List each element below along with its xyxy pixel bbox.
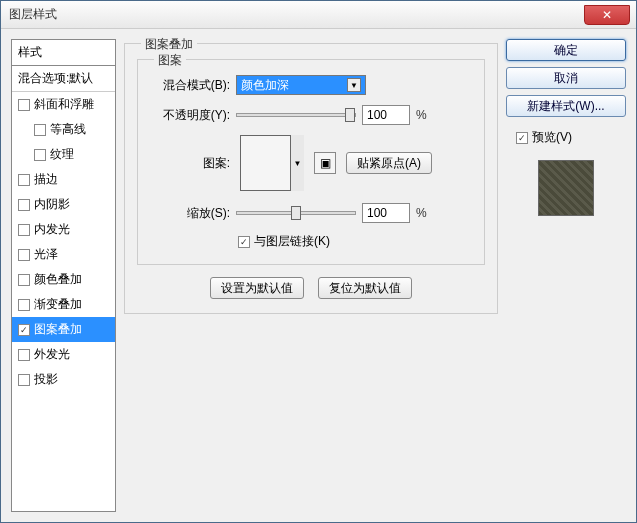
style-checkbox[interactable] <box>18 324 30 336</box>
style-item-11[interactable]: 投影 <box>12 367 115 392</box>
scale-row: 缩放(S): % <box>150 203 472 223</box>
opacity-slider[interactable] <box>236 113 356 117</box>
cancel-button[interactable]: 取消 <box>506 67 626 89</box>
blend-mode-row: 混合模式(B): 颜色加深 ▼ <box>150 75 472 95</box>
style-label: 纹理 <box>50 146 74 163</box>
style-label: 等高线 <box>50 121 86 138</box>
snap-origin-button[interactable]: 贴紧原点(A) <box>346 152 432 174</box>
style-item-10[interactable]: 外发光 <box>12 342 115 367</box>
style-label: 图案叠加 <box>34 321 82 338</box>
scale-label: 缩放(S): <box>150 205 230 222</box>
style-item-3[interactable]: 描边 <box>12 167 115 192</box>
style-checkbox[interactable] <box>18 249 30 261</box>
pattern-swatch[interactable]: ▼ <box>240 135 304 191</box>
style-label: 内发光 <box>34 221 70 238</box>
pattern-group: 图案 混合模式(B): 颜色加深 ▼ 不透明度(Y): <box>137 59 485 265</box>
new-preset-button[interactable]: ▣ <box>314 152 336 174</box>
style-checkbox[interactable] <box>18 99 30 111</box>
link-checkbox[interactable] <box>238 236 250 248</box>
style-checkbox[interactable] <box>18 374 30 386</box>
style-item-6[interactable]: 光泽 <box>12 242 115 267</box>
style-checkbox[interactable] <box>34 124 46 136</box>
style-item-0[interactable]: 斜面和浮雕 <box>12 92 115 117</box>
action-panel: 确定 取消 新建样式(W)... 预览(V) <box>506 39 626 512</box>
style-label: 光泽 <box>34 246 58 263</box>
group-title: 图案 <box>154 52 186 69</box>
pattern-row: 图案: ▼ ▣ 贴紧原点(A) <box>150 135 472 191</box>
slider-thumb[interactable] <box>291 206 301 220</box>
style-item-1[interactable]: 等高线 <box>12 117 115 142</box>
link-label: 与图层链接(K) <box>254 233 330 250</box>
new-style-button[interactable]: 新建样式(W)... <box>506 95 626 117</box>
styles-list: 样式 混合选项:默认 斜面和浮雕等高线纹理描边内阴影内发光光泽颜色叠加渐变叠加图… <box>11 39 116 512</box>
opacity-label: 不透明度(Y): <box>150 107 230 124</box>
style-item-5[interactable]: 内发光 <box>12 217 115 242</box>
blend-mode-value: 颜色加深 <box>241 77 289 94</box>
window-title: 图层样式 <box>9 6 57 23</box>
scale-slider[interactable] <box>236 211 356 215</box>
style-checkbox[interactable] <box>18 224 30 236</box>
reset-default-button[interactable]: 复位为默认值 <box>318 277 412 299</box>
style-item-8[interactable]: 渐变叠加 <box>12 292 115 317</box>
titlebar: 图层样式 ✕ <box>1 1 636 29</box>
style-label: 投影 <box>34 371 58 388</box>
style-label: 描边 <box>34 171 58 188</box>
style-checkbox[interactable] <box>34 149 46 161</box>
blend-options-row[interactable]: 混合选项:默认 <box>12 66 115 92</box>
link-with-layer-row[interactable]: 与图层链接(K) <box>238 233 472 250</box>
style-checkbox[interactable] <box>18 199 30 211</box>
layer-style-dialog: 图层样式 ✕ 样式 混合选项:默认 斜面和浮雕等高线纹理描边内阴影内发光光泽颜色… <box>0 0 637 523</box>
scale-unit: % <box>416 206 427 220</box>
style-checkbox[interactable] <box>18 174 30 186</box>
preview-toggle[interactable]: 预览(V) <box>516 129 626 146</box>
make-default-button[interactable]: 设置为默认值 <box>210 277 304 299</box>
style-label: 内阴影 <box>34 196 70 213</box>
opacity-unit: % <box>416 108 427 122</box>
default-buttons-row: 设置为默认值 复位为默认值 <box>137 277 485 299</box>
ok-button[interactable]: 确定 <box>506 39 626 61</box>
style-label: 渐变叠加 <box>34 296 82 313</box>
preview-label: 预览(V) <box>532 129 572 146</box>
pattern-dropdown-icon[interactable]: ▼ <box>290 135 304 191</box>
style-item-2[interactable]: 纹理 <box>12 142 115 167</box>
style-checkbox[interactable] <box>18 274 30 286</box>
settings-panel: 图案叠加 图案 混合模式(B): 颜色加深 ▼ <box>124 39 498 512</box>
style-item-4[interactable]: 内阴影 <box>12 192 115 217</box>
slider-thumb[interactable] <box>345 108 355 122</box>
document-icon: ▣ <box>320 156 331 170</box>
close-icon: ✕ <box>602 8 612 22</box>
style-item-7[interactable]: 颜色叠加 <box>12 267 115 292</box>
scale-input[interactable] <box>362 203 410 223</box>
dialog-body: 样式 混合选项:默认 斜面和浮雕等高线纹理描边内阴影内发光光泽颜色叠加渐变叠加图… <box>1 29 636 522</box>
preview-swatch <box>538 160 594 216</box>
style-label: 斜面和浮雕 <box>34 96 94 113</box>
style-checkbox[interactable] <box>18 349 30 361</box>
styles-header[interactable]: 样式 <box>12 40 115 66</box>
opacity-row: 不透明度(Y): % <box>150 105 472 125</box>
blend-mode-select[interactable]: 颜色加深 ▼ <box>236 75 366 95</box>
opacity-input[interactable] <box>362 105 410 125</box>
style-item-9[interactable]: 图案叠加 <box>12 317 115 342</box>
chevron-down-icon: ▼ <box>347 78 361 92</box>
preview-checkbox[interactable] <box>516 132 528 144</box>
style-label: 外发光 <box>34 346 70 363</box>
section-title: 图案叠加 <box>141 36 197 53</box>
pattern-overlay-section: 图案叠加 图案 混合模式(B): 颜色加深 ▼ <box>124 43 498 314</box>
style-label: 颜色叠加 <box>34 271 82 288</box>
pattern-label: 图案: <box>150 155 230 172</box>
close-button[interactable]: ✕ <box>584 5 630 25</box>
blend-mode-label: 混合模式(B): <box>150 77 230 94</box>
style-checkbox[interactable] <box>18 299 30 311</box>
